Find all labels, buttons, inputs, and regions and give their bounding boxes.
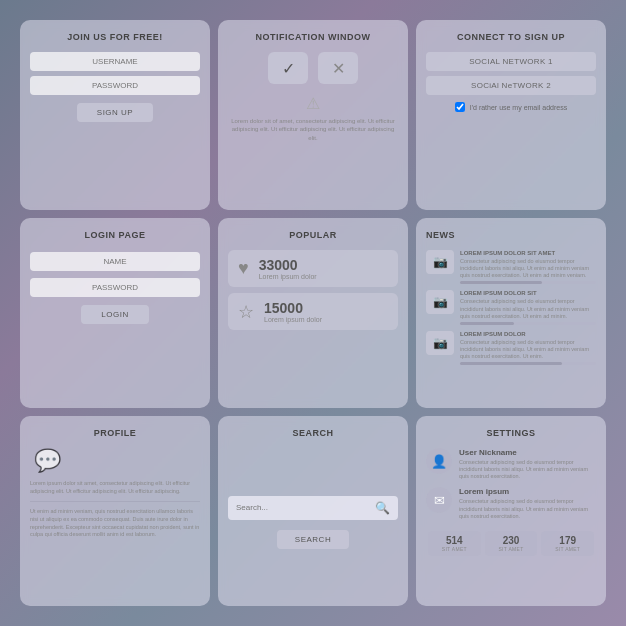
login-button[interactable]: LOGIN	[81, 305, 148, 324]
news-bar-bg-1	[460, 281, 596, 284]
search-box: 🔍	[228, 496, 398, 520]
connect-title: CONNECT TO SIGN UP	[457, 32, 565, 42]
settings-title: SETTINGS	[486, 428, 535, 438]
login-password-input[interactable]	[30, 278, 200, 297]
star-icon: ☆	[238, 301, 254, 323]
mail-icon: ✉	[426, 487, 452, 513]
search-input[interactable]	[236, 503, 375, 512]
news-item-text-3: Consectetur adipiscing sed do eiusmod te…	[460, 339, 596, 360]
cross-button[interactable]: ✕	[318, 52, 358, 84]
profile-title: PROFILE	[94, 428, 137, 438]
settings-user-item: 👤 User Nickname Consectetur adipiscing s…	[426, 448, 596, 480]
search-panel: SEARCH 🔍 SEARCH	[218, 416, 408, 606]
news-bar-fill-3	[460, 362, 562, 365]
stat-3-label: Sit amet	[543, 546, 592, 552]
stat-2-num: 230	[487, 535, 536, 546]
popular-item-1-info: 33000 Lorem ipsum dolor	[259, 257, 317, 280]
login-fields: LOGIN	[30, 250, 200, 324]
lorem-info: Lorem ipsum Consectetur adipiscing sed d…	[459, 487, 596, 519]
search-button[interactable]: SEARCH	[277, 530, 349, 549]
stat-1-num: 514	[430, 535, 479, 546]
email-option: I'd rather use my email address	[455, 102, 567, 112]
stat-2-label: Sit amet	[487, 546, 536, 552]
popular-title: POPULAR	[289, 230, 337, 240]
settings-panel: SETTINGS 👤 User Nickname Consectetur adi…	[416, 416, 606, 606]
news-bar-fill-1	[460, 281, 542, 284]
chat-icon: 💬	[34, 448, 61, 474]
stat-1: 514 Sit amet	[428, 531, 481, 556]
news-item-2: 📷 LOREM IPSUM DOLOR SIT Consectetur adip…	[426, 290, 596, 324]
popular-panel: POPULAR ♥ 33000 Lorem ipsum dolor ☆ 1500…	[218, 218, 408, 408]
user-text: Consectetur adipiscing sed do eiusmod te…	[459, 459, 596, 480]
popular-count-1: 33000	[259, 257, 317, 273]
email-checkbox[interactable]	[455, 102, 465, 112]
profile-text-2: Ut enim ad minim veniam, quis nostrud ex…	[30, 508, 200, 539]
news-item-title-2: LOREM IPSUM DOLOR SIT	[460, 290, 596, 296]
signup-button[interactable]: SIGN UP	[77, 103, 153, 122]
news-item-text-1: Consectetur adipiscing sed do eiusmod te…	[460, 258, 596, 279]
news-image-1: 📷	[426, 250, 454, 274]
news-content-2: LOREM IPSUM DOLOR SIT Consectetur adipis…	[460, 290, 596, 324]
stat-1-label: Sit amet	[430, 546, 479, 552]
notification-panel: NOTIFICATION WINDOW ✓ ✕ ⚠ Lorem dolor si…	[218, 20, 408, 210]
warning-icon: ⚠	[306, 94, 320, 113]
news-item-3: 📷 Lorem ipsum dolor Consectetur adipisci…	[426, 331, 596, 365]
news-title: NEWS	[426, 230, 455, 240]
news-item-title-3: Lorem ipsum dolor	[460, 331, 596, 337]
search-icon: 🔍	[375, 501, 390, 515]
news-bar-fill-2	[460, 322, 514, 325]
settings-stats: 514 Sit amet 230 Sit amet 179 Sit amet	[426, 531, 596, 556]
news-bar-bg-2	[460, 322, 596, 325]
username-input[interactable]	[30, 52, 200, 71]
news-image-3: 📷	[426, 331, 454, 355]
social1-button[interactable]: SOCIAL NETWORK 1	[426, 52, 596, 71]
notification-text: Lorem dolor sit of amet, consectetur adi…	[228, 117, 398, 142]
lorem-text: Consectetur adipiscing sed do eiusmod te…	[459, 498, 596, 519]
social2-button[interactable]: SOCiAl NeTWORK 2	[426, 76, 596, 95]
check-button[interactable]: ✓	[268, 52, 308, 84]
profile-divider	[30, 501, 200, 502]
search-title: SEARCH	[292, 428, 333, 438]
popular-item-1: ♥ 33000 Lorem ipsum dolor	[228, 250, 398, 287]
login-panel: LOGIN PAGE LOGIN	[20, 218, 210, 408]
notif-buttons: ✓ ✕	[268, 52, 358, 84]
notification-title: NOTIFICATION WINDOW	[256, 32, 371, 42]
news-content-3: Lorem ipsum dolor Consectetur adipiscing…	[460, 331, 596, 365]
news-bar-bg-3	[460, 362, 596, 365]
main-grid: JOIN US FOR FREE! SIGN UP NOTIFICATION W…	[8, 8, 618, 618]
stat-3: 179 Sit amet	[541, 531, 594, 556]
news-panel: NEWS 📷 LOREM IPSUM DOLOR SIT AMET Consec…	[416, 218, 606, 408]
user-icon: 👤	[426, 448, 452, 474]
user-info: User Nickname Consectetur adipiscing sed…	[459, 448, 596, 480]
news-item-title-1: LOREM IPSUM DOLOR SIT AMET	[460, 250, 596, 256]
join-title: JOIN US FOR FREE!	[67, 32, 163, 42]
password-input[interactable]	[30, 76, 200, 95]
popular-item-2: ☆ 15000 Lorem ipsum dolor	[228, 293, 398, 330]
login-title: LOGIN PAGE	[85, 230, 146, 240]
connect-panel: CONNECT TO SIGN UP SOCIAL NETWORK 1 SOCi…	[416, 20, 606, 210]
name-input[interactable]	[30, 252, 200, 271]
stat-3-num: 179	[543, 535, 592, 546]
lorem-title: Lorem ipsum	[459, 487, 596, 496]
popular-count-2: 15000	[264, 300, 322, 316]
stat-2: 230 Sit amet	[485, 531, 538, 556]
popular-label-1: Lorem ipsum dolor	[259, 273, 317, 280]
join-panel: JOIN US FOR FREE! SIGN UP	[20, 20, 210, 210]
heart-icon: ♥	[238, 258, 249, 279]
popular-label-2: Lorem ipsum dolor	[264, 316, 322, 323]
user-name: User Nickname	[459, 448, 596, 457]
news-item-text-2: Consectetur adipiscing sed do eiusmod te…	[460, 298, 596, 319]
settings-lorem-item: ✉ Lorem ipsum Consectetur adipiscing sed…	[426, 487, 596, 519]
news-image-2: 📷	[426, 290, 454, 314]
popular-item-2-info: 15000 Lorem ipsum dolor	[264, 300, 322, 323]
profile-text-1: Lorem ipsum dolor sit amet, consectetur …	[30, 480, 200, 495]
news-item-1: 📷 LOREM IPSUM DOLOR SIT AMET Consectetur…	[426, 250, 596, 284]
news-content-1: LOREM IPSUM DOLOR SIT AMET Consectetur a…	[460, 250, 596, 284]
profile-panel: PROFILE 💬 Lorem ipsum dolor sit amet, co…	[20, 416, 210, 606]
email-label: I'd rather use my email address	[470, 104, 567, 111]
